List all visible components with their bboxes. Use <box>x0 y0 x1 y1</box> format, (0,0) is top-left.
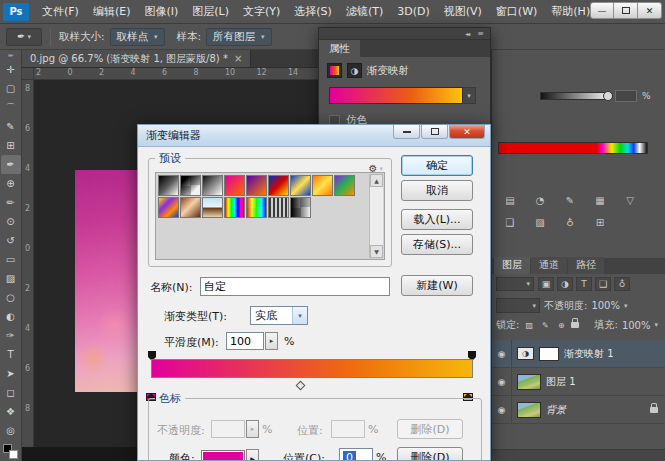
background-color-swatch[interactable] <box>9 450 18 459</box>
move-tool[interactable]: ✛ <box>1 60 21 79</box>
slider-knob[interactable] <box>603 91 613 101</box>
adjustment-icon[interactable]: ▽ <box>620 192 640 208</box>
dialog-maximize-button[interactable] <box>421 125 448 139</box>
layer-row-background[interactable]: ◉ 背景 <box>492 396 665 424</box>
lock-position-icon[interactable]: ⊕ <box>555 321 567 330</box>
gradient-preset[interactable] <box>268 175 289 196</box>
new-button[interactable]: 新建(W) <box>401 275 473 296</box>
lock-all-icon[interactable] <box>571 322 579 328</box>
layer-row-gradient-map[interactable]: ◉ ◑ 渐变映射 1 <box>492 340 665 368</box>
gradient-preset[interactable] <box>312 175 333 196</box>
color-ramp[interactable] <box>498 142 648 154</box>
layer-thumbnail[interactable] <box>517 374 541 390</box>
adjustment-icon[interactable]: ◔ <box>530 192 550 208</box>
gradient-preset[interactable] <box>224 197 245 218</box>
brush-tool[interactable]: ✏ <box>1 193 21 212</box>
menu-item[interactable]: 编辑(E) <box>86 0 138 23</box>
eyedropper-tool[interactable]: ✒ <box>1 155 21 174</box>
opacity-value[interactable]: 100% <box>591 300 620 311</box>
smoothness-input[interactable] <box>226 332 264 350</box>
tab-paths[interactable]: 路径 <box>568 257 604 274</box>
opacity-stop-right[interactable] <box>468 351 476 357</box>
visibility-eye-icon[interactable]: ◉ <box>498 349 506 359</box>
save-button[interactable]: 存储(S)... <box>401 234 473 255</box>
lock-transparency-icon[interactable]: ▨ <box>523 321 535 330</box>
gradient-preset[interactable] <box>334 175 355 196</box>
sample-dropdown[interactable]: 所有图层 ▾ <box>206 28 272 46</box>
dialog-minimize-button[interactable] <box>393 125 420 139</box>
menu-item[interactable]: 视图(V) <box>437 0 489 23</box>
panel-drag-bar[interactable]: ◂◂ ≡ <box>319 28 490 40</box>
gradient-type-dropdown[interactable]: 实底 ▾ <box>250 306 308 325</box>
visibility-eye-icon[interactable]: ◉ <box>498 405 506 415</box>
tab-properties[interactable]: 属性 <box>319 40 360 57</box>
layer-thumbnail[interactable] <box>517 402 541 418</box>
gradient-preset[interactable] <box>180 197 201 218</box>
adjustment-layer-icon[interactable]: ◑ <box>517 347 534 360</box>
dodge-tool[interactable]: ◐ <box>1 307 21 326</box>
opacity-stop-left[interactable] <box>148 351 156 357</box>
gradient-preset[interactable] <box>180 175 201 196</box>
color-options-button[interactable]: ▶ <box>246 449 259 461</box>
gradient-preset[interactable] <box>290 175 311 196</box>
spot-healing-tool[interactable]: ⊕ <box>1 174 21 193</box>
smoothness-slider-button[interactable]: ▸ <box>265 332 278 350</box>
dialog-title-bar[interactable]: 渐变编辑器 ✕ <box>138 125 490 147</box>
history-brush-tool[interactable]: ↺ <box>1 231 21 250</box>
visibility-eye-icon[interactable]: ◉ <box>498 377 506 387</box>
adjustment-icon[interactable]: ⊞ <box>590 214 610 230</box>
gradient-name-input[interactable] <box>200 277 390 296</box>
scroll-down-icon[interactable]: ▼ <box>370 245 383 258</box>
filter-type-dropdown[interactable]: ▾ <box>496 277 534 291</box>
grayscale-slider[interactable] <box>540 92 610 100</box>
blend-mode-dropdown[interactable]: ▾ <box>496 298 540 313</box>
layer-mask-thumbnail[interactable] <box>539 347 559 361</box>
collapse-panel-icon[interactable]: ◂◂ <box>465 30 469 37</box>
menu-item[interactable]: 滤镜(T) <box>339 0 390 23</box>
gradient-preset[interactable] <box>246 197 267 218</box>
fill-value[interactable]: 100% <box>622 320 651 331</box>
menu-item[interactable]: 图层(L) <box>185 0 236 23</box>
gradient-midpoint-marker[interactable] <box>296 381 306 391</box>
pen-tool[interactable]: ✑ <box>1 326 21 345</box>
gradient-preset[interactable] <box>268 197 289 218</box>
menu-item[interactable]: 窗口(W) <box>489 0 544 23</box>
menu-item[interactable]: 图像(I) <box>137 0 185 23</box>
adjustment-icon[interactable]: ▨ <box>530 214 550 230</box>
menu-item[interactable]: 文件(F) <box>35 0 86 23</box>
gradient-preset[interactable] <box>202 175 223 196</box>
gradient-preset[interactable] <box>246 175 267 196</box>
dialog-close-button[interactable]: ✕ <box>449 125 485 139</box>
blur-tool[interactable]: ○ <box>1 288 21 307</box>
adjustment-icon[interactable]: ▤ <box>500 192 520 208</box>
lasso-tool[interactable]: ⌒ <box>1 98 21 117</box>
toolbar-collapse-icon[interactable]: ▸▸ <box>8 50 12 60</box>
adjustment-icon[interactable]: ♁ <box>560 214 580 230</box>
layer-filter-icon[interactable]: ◑ <box>557 277 573 291</box>
eraser-tool[interactable]: ▭ <box>1 250 21 269</box>
minimize-button[interactable]: — <box>590 2 614 19</box>
crop-tool[interactable]: ⊞ <box>1 136 21 155</box>
load-button[interactable]: 载入(L)... <box>401 209 473 230</box>
stop-color-swatch[interactable] <box>201 450 245 461</box>
gradient-preset[interactable] <box>290 197 311 218</box>
hand-tool[interactable]: ❖ <box>1 402 21 421</box>
tab-layers[interactable]: 图层 <box>494 257 530 274</box>
layer-filter-icon[interactable]: ❑ <box>595 277 611 291</box>
delete-color-stop-button[interactable]: 删除(D) <box>397 447 463 461</box>
gradient-preset[interactable] <box>158 197 179 218</box>
adjustment-icon[interactable]: ❑ <box>500 214 520 230</box>
document-image[interactable] <box>75 170 137 392</box>
menu-item[interactable]: 选择(S) <box>287 0 339 23</box>
clone-stamp-tool[interactable]: ⊙ <box>1 212 21 231</box>
gradient-preset[interactable] <box>224 175 245 196</box>
zoom-tool[interactable]: ◎ <box>1 421 21 440</box>
menu-item[interactable]: 3D(D) <box>390 0 437 23</box>
tab-channels[interactable]: 通道 <box>531 257 567 274</box>
ok-button[interactable]: 确定 <box>401 155 473 176</box>
marquee-tool[interactable]: ▢ <box>1 79 21 98</box>
stop-location-input[interactable]: 0 <box>339 448 373 461</box>
slider-value-box[interactable] <box>615 90 637 102</box>
scroll-up-icon[interactable]: ▲ <box>370 174 383 187</box>
gradient-preset[interactable] <box>158 175 179 196</box>
